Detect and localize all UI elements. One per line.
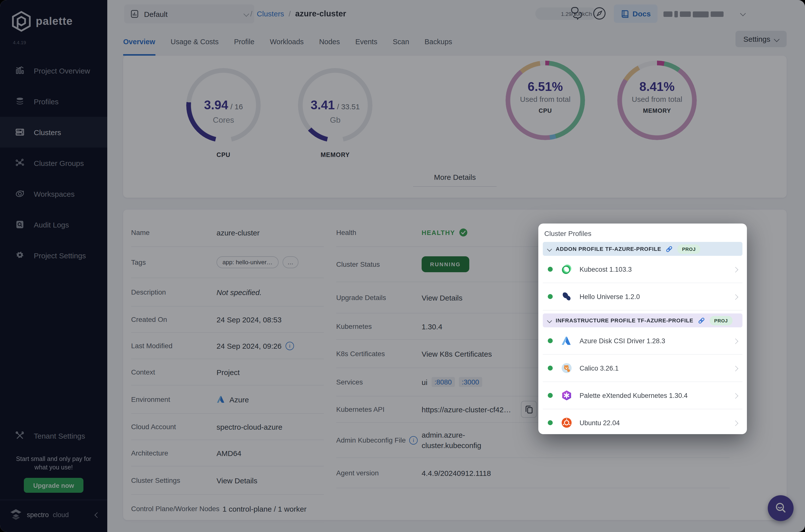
chevron-right-icon — [733, 265, 737, 274]
hello-universe-icon — [561, 291, 572, 302]
ubuntu-icon — [561, 417, 572, 428]
pack-name: Palette eXtended Kubernetes 1.30.4 — [579, 392, 688, 399]
profile-pack-row-pxk[interactable]: Palette eXtended Kubernetes 1.30.4 — [543, 382, 743, 409]
pack-name: Kubecost 1.103.3 — [579, 266, 632, 273]
status-dot — [548, 366, 553, 370]
app-stage: palette 4.4.19 Project Overview Profiles… — [0, 0, 805, 532]
app-window: palette 4.4.19 Project Overview Profiles… — [0, 0, 805, 532]
infrastructure-profile-header[interactable]: INFRASTRUCTURE PROFILE TF-AZURE-PROFILE … — [543, 314, 743, 327]
link-icon — [666, 245, 673, 252]
profile-pack-row-hello-universe[interactable]: Hello Universe 1.2.0 — [543, 283, 743, 310]
status-dot — [548, 420, 553, 425]
chevron-down-icon — [547, 318, 552, 323]
pack-name: Calico 3.26.1 — [579, 364, 619, 372]
profile-pack-row-ubuntu[interactable]: Ubuntu 22.04 — [543, 409, 743, 436]
status-dot — [548, 294, 553, 299]
chevron-right-icon — [733, 364, 737, 373]
calico-icon — [561, 363, 572, 374]
addon-profile-title: ADDON PROFILE TF-AZURE-PROFILE — [556, 246, 661, 252]
status-dot — [548, 267, 553, 272]
profile-pack-row-azure-csi[interactable]: Azure Disk CSI Driver 1.28.3 — [543, 327, 743, 355]
kubecost-icon — [561, 264, 572, 275]
popup-title: Cluster Profiles — [544, 229, 742, 238]
project-scope-badge: PROJ — [678, 244, 700, 253]
link-icon — [698, 317, 705, 324]
chevron-down-icon — [547, 246, 552, 251]
infrastructure-profile-title: INFRASTRUCTURE PROFILE TF-AZURE-PROFILE — [556, 318, 693, 323]
cluster-profiles-popup: Cluster Profiles ADDON PROFILE TF-AZURE-… — [538, 224, 747, 434]
palette-kubernetes-icon — [561, 390, 572, 401]
status-dot — [548, 393, 553, 398]
project-scope-badge: PROJ — [710, 316, 732, 325]
chevron-right-icon — [733, 391, 737, 400]
pack-name: Ubuntu 22.04 — [579, 419, 620, 426]
chevron-right-icon — [733, 418, 737, 427]
pack-name: Azure Disk CSI Driver 1.28.3 — [579, 337, 665, 344]
chevron-right-icon — [733, 292, 737, 301]
chevron-right-icon — [733, 336, 737, 345]
profile-pack-row-calico[interactable]: Calico 3.26.1 — [543, 355, 743, 382]
addon-profile-header[interactable]: ADDON PROFILE TF-AZURE-PROFILE PROJ — [543, 242, 743, 256]
pack-name: Hello Universe 1.2.0 — [579, 293, 640, 300]
profile-pack-row-kubecost[interactable]: Kubecost 1.103.3 — [543, 256, 743, 283]
azure-icon — [561, 335, 572, 346]
status-dot — [548, 338, 553, 343]
